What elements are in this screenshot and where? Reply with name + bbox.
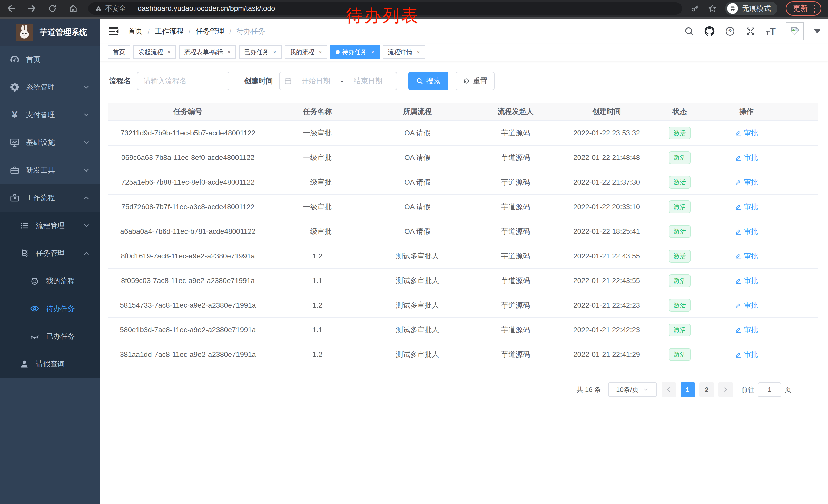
approve-link[interactable]: 审批 [735, 325, 758, 335]
sidebar-item-leave-query[interactable]: 请假查询 [0, 350, 100, 378]
approve-link[interactable]: 审批 [735, 128, 758, 138]
tab-home[interactable]: 首页 [108, 45, 130, 59]
page-size-value: 10条/页 [616, 385, 639, 394]
tab-my-process[interactable]: 我的流程× [285, 45, 327, 59]
cell-task-id: 725a1eb6-7b88-11ec-8ef0-acde48001122 [108, 178, 268, 186]
prev-page-button[interactable] [662, 382, 676, 397]
breadcrumb-separator: / [148, 28, 150, 35]
forward-icon[interactable] [27, 4, 36, 13]
breadcrumb-separator: / [189, 28, 190, 35]
approve-link[interactable]: 审批 [735, 153, 758, 163]
cell-task-name: 一级审批 [268, 153, 367, 163]
fullscreen-icon[interactable] [745, 26, 756, 36]
approve-link[interactable]: 审批 [735, 350, 758, 359]
sidebar-item-devtools[interactable]: 研发工具 [0, 156, 100, 184]
tab-todo-tasks[interactable]: 待办任务× [330, 45, 380, 59]
browser-menu-icon[interactable] [813, 4, 817, 13]
cell-starter: 芋道源码 [468, 251, 563, 261]
search-icon[interactable] [685, 27, 694, 36]
approve-link[interactable]: 审批 [735, 276, 758, 286]
sidebar-item-payment[interactable]: ¥ 支付管理 [0, 101, 100, 129]
sidebar-item-label: 已办任务 [46, 331, 75, 341]
col-task-id: 任务编号 [108, 107, 268, 117]
breadcrumb-task-mgmt[interactable]: 任务管理 [196, 27, 224, 36]
page-unit-label: 页 [785, 385, 791, 394]
close-icon[interactable]: × [371, 48, 374, 56]
approve-link[interactable]: 审批 [735, 301, 758, 310]
home-icon[interactable] [68, 4, 78, 13]
tab-label: 待办任务 [342, 48, 367, 56]
cell-task-name: 1.2 [268, 301, 367, 310]
cell-starter: 芋道源码 [468, 325, 563, 335]
page-size-select[interactable]: 10条/页 [608, 382, 657, 397]
goto-page-input[interactable] [758, 382, 781, 397]
tab-done-tasks[interactable]: 已办任务× [239, 45, 282, 59]
chevron-down-icon [83, 111, 90, 119]
sidebar-collapse-icon[interactable] [108, 26, 119, 37]
sidebar-item-todo-tasks[interactable]: 待办任务 [0, 295, 100, 322]
breadcrumb-home[interactable]: 首页 [128, 27, 142, 36]
help-icon[interactable]: ? [725, 26, 735, 36]
close-icon[interactable]: × [417, 48, 420, 56]
browser-update-button[interactable]: 更新 [786, 1, 821, 16]
breadcrumb-workflow[interactable]: 工作流程 [155, 27, 183, 36]
sidebar-item-infra[interactable]: 基础设施 [0, 129, 100, 156]
sidebar-item-my-process[interactable]: 我的流程 [0, 267, 100, 295]
tab-process-detail[interactable]: 流程详情× [383, 45, 425, 59]
cell-task-id: 75d72608-7b7f-11ec-a3c8-acde48001122 [108, 203, 268, 211]
sidebar-item-task-mgmt[interactable]: 任务管理 [0, 239, 100, 267]
date-range-picker[interactable]: - [279, 72, 397, 90]
cell-task-id: 580e1b3d-7ac8-11ec-a9e2-a2380e71991a [108, 326, 268, 334]
reset-button[interactable]: 重置 [456, 72, 495, 90]
approve-link[interactable]: 审批 [735, 177, 758, 187]
status-badge: 激活 [669, 200, 691, 213]
status-badge: 激活 [669, 324, 691, 336]
pagination-total: 共 16 条 [577, 385, 601, 394]
logo-avatar [16, 24, 33, 41]
breadcrumb-current: 待办任务 [237, 27, 265, 36]
reload-icon[interactable] [48, 4, 57, 13]
cell-starter: 芋道源码 [468, 301, 563, 310]
eye-closed-icon [29, 331, 41, 341]
process-name-input[interactable] [137, 72, 229, 90]
tab-start-process[interactable]: 发起流程× [133, 45, 176, 59]
close-icon[interactable]: × [273, 48, 277, 56]
page-2-button[interactable]: 2 [700, 382, 714, 397]
start-date-input[interactable] [292, 77, 340, 85]
bookmark-star-icon[interactable] [708, 4, 717, 13]
sidebar-item-done-tasks[interactable]: 已办任务 [0, 322, 100, 350]
back-icon[interactable] [7, 4, 16, 13]
sidebar-item-workflow[interactable]: 工作流程 [0, 184, 100, 212]
avatar[interactable] [786, 22, 804, 40]
approve-link[interactable]: 审批 [735, 251, 758, 261]
chevron-up-icon [83, 194, 90, 202]
close-icon[interactable]: × [167, 48, 171, 56]
close-icon[interactable]: × [227, 48, 231, 56]
font-size-icon[interactable]: TT [766, 27, 776, 36]
gear-icon [9, 82, 20, 92]
refresh-icon [463, 78, 470, 85]
approve-link[interactable]: 审批 [735, 227, 758, 236]
sidebar-item-process-mgmt[interactable]: 流程管理 [0, 212, 100, 239]
avatar-dropdown-caret[interactable] [814, 30, 820, 33]
table-row: 069c6a63-7b8a-11ec-8ef0-acde48001122一级审批… [108, 146, 818, 170]
table-row: 58154733-7ac8-11ec-a9e2-a2380e71991a1.2测… [108, 293, 818, 318]
sidebar-item-home[interactable]: 首页 [0, 46, 100, 73]
app-logo[interactable]: 芋道管理系统 [0, 19, 100, 46]
page-1-button[interactable]: 1 [680, 382, 695, 397]
close-icon[interactable]: × [319, 48, 322, 56]
cell-process: OA 请假 [367, 128, 468, 138]
end-date-input[interactable] [344, 77, 392, 85]
main-area: 首页 / 工作流程 / 任务管理 / 待办任务 ? TT [100, 19, 828, 504]
chevron-down-icon [83, 222, 90, 229]
next-page-button[interactable] [718, 382, 733, 397]
sidebar-item-system[interactable]: 系统管理 [0, 73, 100, 101]
cell-task-name: 1.2 [268, 252, 367, 260]
tab-form-edit[interactable]: 流程表单-编辑× [179, 45, 236, 59]
password-key-icon[interactable] [691, 4, 700, 13]
search-button[interactable]: 搜索 [408, 72, 448, 90]
approve-link[interactable]: 审批 [735, 202, 758, 212]
url-text: dashboard.yudao.iocoder.cn/bpm/task/todo [138, 4, 275, 12]
github-icon[interactable] [704, 26, 715, 36]
sidebar-item-label: 流程管理 [36, 221, 65, 230]
